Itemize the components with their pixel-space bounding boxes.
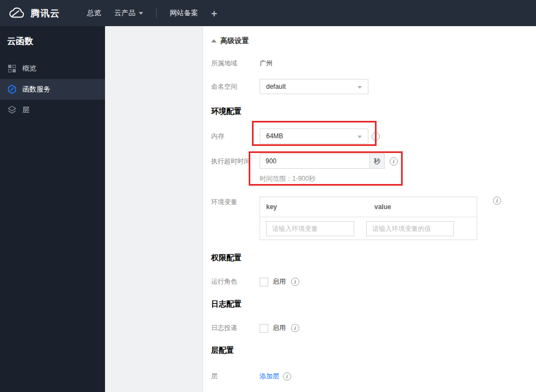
namespace-label: 命名空间 <box>211 82 260 91</box>
sidebar-item-function-service[interactable]: 函数服务 <box>0 79 105 100</box>
log-delivery-enable-label: 启用 <box>273 323 286 333</box>
log-delivery-info-icon[interactable] <box>291 324 299 332</box>
log-section-title: 日志配置 <box>211 299 242 309</box>
layer-label: 层 <box>211 372 260 381</box>
sidebar-title: 云函数 <box>7 36 105 47</box>
region-value: 广州 <box>260 59 273 68</box>
advanced-settings-label: 高级设置 <box>220 36 249 46</box>
env-config-section-title: 环境配置 <box>211 107 242 117</box>
layers-icon <box>7 105 17 115</box>
nav-cloud-products[interactable]: 云产品 <box>114 8 143 18</box>
grid-icon <box>7 64 17 74</box>
env-var-value-input[interactable] <box>366 221 454 236</box>
log-delivery-row: 日志投递 启用 <box>211 323 299 333</box>
chevron-down-icon <box>358 86 362 89</box>
timeout-info-icon[interactable] <box>390 157 398 166</box>
timeout-label: 执行超时时间 <box>211 157 260 166</box>
log-delivery-label: 日志投递 <box>211 323 260 333</box>
namespace-selected-value: default <box>266 83 286 90</box>
env-vars-info-icon[interactable] <box>493 197 501 205</box>
function-config-form: 高级设置 所属地域 广州 命名空间 default 环境配置 内存 <box>203 26 536 392</box>
region-row: 所属地域 广州 <box>211 58 273 69</box>
memory-row: 内存 64MB <box>211 128 380 144</box>
region-label: 所属地域 <box>211 59 260 68</box>
run-role-label: 运行角色 <box>211 277 260 286</box>
sidebar-item-layers[interactable]: 层 <box>0 100 105 120</box>
env-var-key-input[interactable] <box>266 221 354 236</box>
chevron-down-icon <box>139 12 143 15</box>
app-window: 腾讯云 总览 云产品 网站备案 + 云函数 <box>0 0 536 392</box>
secondary-panel <box>105 26 203 392</box>
top-nav-bar: 腾讯云 总览 云产品 网站备案 + <box>0 0 536 26</box>
timeout-input-group: 秒 <box>260 154 385 169</box>
nav-overview[interactable]: 总览 <box>87 8 101 18</box>
memory-selected-value: 64MB <box>266 132 283 140</box>
chevron-up-icon <box>211 39 217 42</box>
sidebar-item-label: 函数服务 <box>22 84 51 94</box>
timeout-range-hint: 时间范围：1-900秒 <box>260 174 398 183</box>
timeout-unit-addon: 秒 <box>369 154 385 169</box>
add-layer-link[interactable]: 添加层 <box>260 372 279 381</box>
run-role-info-icon[interactable] <box>291 278 299 286</box>
memory-info-icon[interactable] <box>372 132 380 140</box>
run-role-checkbox[interactable] <box>260 278 268 286</box>
memory-label: 内存 <box>211 132 260 141</box>
env-vars-row: 环境变量 key value <box>211 197 501 240</box>
top-nav-items: 总览 云产品 网站备案 + <box>87 8 217 19</box>
sidebar-item-overview[interactable]: 概览 <box>0 58 105 79</box>
timeout-input[interactable] <box>260 154 369 169</box>
env-vars-input-row <box>260 217 477 240</box>
memory-select[interactable]: 64MB <box>260 128 368 144</box>
sidebar-item-label: 层 <box>22 105 29 115</box>
env-vars-col-key: key <box>260 203 368 211</box>
layer-row: 层 添加层 <box>211 372 291 381</box>
log-delivery-checkbox[interactable] <box>260 324 268 333</box>
layer-info-icon[interactable] <box>283 372 291 381</box>
sidebar-item-label: 概览 <box>22 64 36 74</box>
advanced-settings-toggle[interactable]: 高级设置 <box>211 36 249 46</box>
env-vars-table-header: key value <box>260 197 477 217</box>
sidebar: 云函数 概览 函数服务 <box>0 26 105 392</box>
namespace-select[interactable]: default <box>260 79 368 94</box>
tencent-cloud-logo[interactable]: 腾讯云 <box>8 7 69 20</box>
timeout-row: 执行超时时间 秒 时间范围：1-900秒 <box>211 154 398 183</box>
env-vars-col-value: value <box>368 203 477 211</box>
nav-overview-label: 总览 <box>87 8 101 18</box>
nav-divider <box>156 8 157 18</box>
env-vars-table: key value <box>260 197 477 240</box>
nav-cloud-products-label: 云产品 <box>114 8 135 18</box>
run-role-enable-label: 启用 <box>273 277 286 286</box>
namespace-row: 命名空间 default <box>211 79 368 94</box>
nav-website-icp-label: 网站备案 <box>170 8 198 18</box>
layer-section-title: 层配置 <box>211 346 234 356</box>
function-hexagon-icon <box>7 84 17 94</box>
chevron-down-icon <box>358 136 362 138</box>
add-tab-button[interactable]: + <box>211 8 217 19</box>
env-vars-label: 环境变量 <box>211 198 260 207</box>
permission-section-title: 权限配置 <box>211 253 242 263</box>
nav-website-icp[interactable]: 网站备案 <box>170 8 198 18</box>
cloud-logo-icon <box>8 7 26 20</box>
brand-name: 腾讯云 <box>30 7 60 20</box>
run-role-row: 运行角色 启用 <box>211 277 299 286</box>
